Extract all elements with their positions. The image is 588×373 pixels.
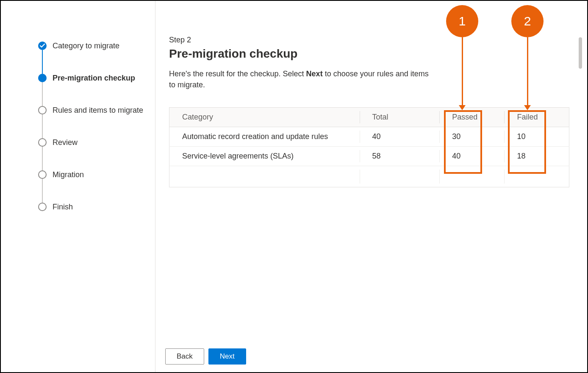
table-header-row: Category Total Passed Failed xyxy=(169,108,569,127)
step-label: Finish xyxy=(53,203,73,212)
checkup-results-table: Category Total Passed Failed Automatic r… xyxy=(169,107,569,187)
circle-icon xyxy=(38,203,47,211)
circle-icon xyxy=(38,138,47,147)
circle-icon xyxy=(38,170,47,179)
circle-icon xyxy=(38,106,47,114)
annotation-line-2 xyxy=(527,37,528,106)
table-header-failed[interactable]: Failed xyxy=(504,108,569,127)
step-rules-and-items[interactable]: Rules and items to migrate xyxy=(38,94,155,126)
step-label: Category to migrate xyxy=(53,42,119,50)
step-migration[interactable]: Migration xyxy=(38,159,155,191)
check-icon xyxy=(38,42,47,50)
arrow-down-icon xyxy=(459,105,466,110)
cell-failed: 18 xyxy=(504,147,569,166)
cell-total: 58 xyxy=(360,147,440,166)
annotation-badge-2: 2 xyxy=(511,5,544,37)
annotation-line-1 xyxy=(462,37,463,106)
main-content: Step 2 Pre-migration checkup Here's the … xyxy=(169,36,579,364)
table-row[interactable]: Service-level agreements (SLAs) 58 40 18 xyxy=(169,147,569,166)
step-label: Pre-migration checkup xyxy=(53,74,135,83)
table-row-empty xyxy=(169,166,569,187)
step-finish[interactable]: Finish xyxy=(38,191,155,223)
cell-total: 40 xyxy=(360,127,440,147)
arrow-down-icon xyxy=(524,105,531,110)
step-review[interactable]: Review xyxy=(38,126,155,159)
step-pre-migration-checkup[interactable]: Pre-migration checkup xyxy=(38,62,155,94)
circle-filled-icon xyxy=(38,74,47,82)
next-button[interactable]: Next xyxy=(208,348,246,365)
cell-failed: 10 xyxy=(504,127,569,147)
cell-passed: 30 xyxy=(439,127,504,147)
table-row[interactable]: Automatic record creation and update rul… xyxy=(169,127,569,147)
step-category-to-migrate[interactable]: Category to migrate xyxy=(38,30,155,62)
step-label: Review xyxy=(53,138,78,147)
wizard-footer: Back Next xyxy=(165,348,246,365)
scrollbar[interactable] xyxy=(579,37,582,69)
step-label: Rules and items to migrate xyxy=(53,106,143,115)
table-header-total[interactable]: Total xyxy=(360,108,440,127)
back-button[interactable]: Back xyxy=(165,348,204,365)
table-header-category[interactable]: Category xyxy=(169,108,360,127)
annotation-badge-1: 1 xyxy=(446,5,478,37)
wizard-stepper: Category to migrate Pre-migration checku… xyxy=(1,1,155,372)
step-number: Step 2 xyxy=(169,36,579,45)
cell-category: Service-level agreements (SLAs) xyxy=(169,147,360,166)
table-header-passed[interactable]: Passed xyxy=(439,108,504,127)
page-description: Here's the result for the checkup. Selec… xyxy=(169,68,432,90)
cell-category: Automatic record creation and update rul… xyxy=(169,127,360,147)
cell-passed: 40 xyxy=(439,147,504,166)
step-label: Migration xyxy=(53,170,84,179)
page-title: Pre-migration checkup xyxy=(169,47,579,61)
